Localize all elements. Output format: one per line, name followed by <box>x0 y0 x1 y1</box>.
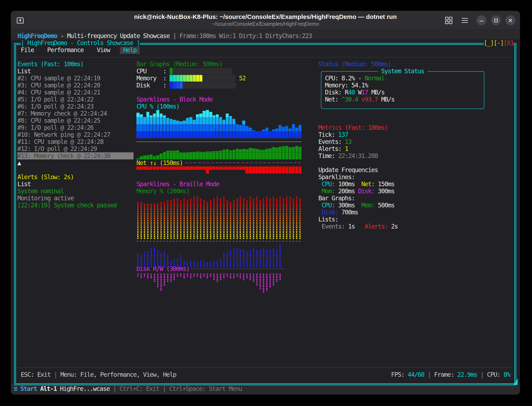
braille-dot <box>213 218 215 219</box>
text-segment: 500ms <box>375 202 395 209</box>
text-segment: 100ms <box>335 180 361 188</box>
menu-item-view[interactable]: View <box>97 46 110 54</box>
braille-dot <box>210 222 211 223</box>
braille-dot <box>233 234 234 235</box>
taskbar-text[interactable]: ≡ Start Alt-1 HighFre...wcase | Ctrl+C: … <box>14 385 242 392</box>
braille-dot <box>193 261 195 262</box>
event-list-item[interactable]: #9: I/O poll @ 22:24:26 <box>17 124 93 131</box>
braille-dot <box>183 220 185 221</box>
braille-dot <box>250 250 251 251</box>
braille-dot <box>286 218 287 219</box>
braille-dot <box>137 236 139 237</box>
event-list-item-selected[interactable]: #13: Memory check @ 22:24:30 <box>17 152 110 160</box>
braille-dot <box>190 274 191 275</box>
braille-dot <box>210 209 211 210</box>
menu-button[interactable] <box>460 15 470 25</box>
event-list-item[interactable]: #8: CPU sample @ 22:24:25 <box>17 117 100 124</box>
braille-dot <box>177 211 178 212</box>
alert-list-item[interactable]: System nominal <box>17 188 64 195</box>
event-list-item[interactable]: #7: Memory check @ 22:24:24 <box>17 110 107 117</box>
sparkline-bar <box>203 152 206 160</box>
braille-dot <box>256 205 258 207</box>
braille-dot <box>170 232 172 233</box>
event-list-item[interactable]: #12: I/O poll @ 22:24:29 <box>17 145 97 152</box>
braille-dot <box>263 288 264 289</box>
window-titlebar[interactable]: nick@nick-NucBox-K8-Plus: ~/source/Conso… <box>11 11 520 30</box>
braille-dot <box>253 266 254 267</box>
braille-dot <box>140 216 142 218</box>
sparkline-bar-segment <box>136 131 140 138</box>
event-list-item[interactable]: #10: Network ping @ 22:24:27 <box>17 131 110 138</box>
braille-dot <box>299 223 301 225</box>
braille-dot <box>289 198 291 200</box>
text-segment: | Frame:100ms Win:1 Dirty:1 DirtyChars:2… <box>173 32 312 39</box>
tile-windows-button[interactable] <box>444 15 454 25</box>
braille-dot <box>259 252 261 253</box>
event-list-item[interactable]: #3: CPU sample @ 22:24:20 <box>17 82 100 89</box>
braille-dot <box>253 207 254 209</box>
text-segment: Alerts: <box>318 145 345 152</box>
braille-dot <box>286 198 287 200</box>
taskbar-segment[interactable]: Ctrl+Space: Start Menu <box>169 385 242 392</box>
braille-dot <box>220 220 221 221</box>
braille-dot <box>203 205 205 207</box>
braille-dot <box>200 274 201 275</box>
event-list-item[interactable]: #11: CPU sample @ 22:24:28 <box>17 138 104 145</box>
braille-dot <box>207 264 208 265</box>
braille-dot <box>200 225 201 226</box>
braille-dot <box>157 231 158 232</box>
braille-dot <box>220 274 221 275</box>
minimize-button[interactable] <box>476 15 486 25</box>
braille-dot <box>289 227 291 228</box>
sparkline-bar-segment <box>242 121 245 124</box>
text-segment: Net ↑↓ (150ms) <box>136 159 183 167</box>
event-list-item[interactable]: #6: I/O poll @ 22:24:23 <box>17 103 93 110</box>
braille-dot <box>161 283 162 284</box>
braille-dot <box>276 254 277 255</box>
braille-dot <box>210 223 211 225</box>
sparkline-bar-segment <box>239 125 242 131</box>
braille-dot <box>253 225 254 226</box>
alert-list-item[interactable]: Monitoring active <box>17 195 74 202</box>
sparkline-bar-segment <box>170 119 173 124</box>
braille-dot <box>144 209 145 210</box>
braille-dot <box>151 261 152 262</box>
braille-dot <box>144 216 145 218</box>
braille-dot <box>266 205 267 207</box>
text-segment: W <box>355 89 361 96</box>
braille-dot <box>187 229 188 230</box>
braille-dot <box>220 238 221 239</box>
braille-dot <box>240 196 241 198</box>
taskbar-segment[interactable]: Start <box>20 385 40 392</box>
menu-item-file[interactable]: File <box>21 46 34 54</box>
braille-dot <box>270 279 271 280</box>
braille-dot <box>180 223 182 225</box>
braille-dot <box>233 214 234 216</box>
resize-handle[interactable] <box>513 378 518 385</box>
sparkline-bar <box>203 167 206 170</box>
maximize-button[interactable] <box>491 15 501 25</box>
braille-dot <box>240 261 241 262</box>
menu-item-help[interactable]: Help <box>123 46 136 54</box>
braille-dot <box>151 229 152 230</box>
alert-list-item[interactable]: [22:24:19] System check passed <box>17 202 117 209</box>
braille-dot <box>154 214 155 216</box>
braille-dot <box>200 266 201 267</box>
braille-dot <box>227 200 228 201</box>
event-list-item[interactable]: #2: CPU sample @ 22:24:19 <box>17 75 100 82</box>
sparkline-bar-segment <box>219 131 222 138</box>
event-list-item[interactable]: #4: CPU sample @ 22:24:21 <box>17 89 100 96</box>
menu-item-performance[interactable]: Performance <box>47 46 84 54</box>
tui-frame-buttons[interactable]: [_][-][X] <box>484 39 514 46</box>
text-segment <box>318 223 322 230</box>
braille-dot <box>227 202 228 203</box>
scroll-up-indicator[interactable]: ▲ <box>17 160 21 167</box>
sparkline-bar <box>189 152 192 160</box>
event-list-item[interactable]: #5: I/O poll @ 22:24:22 <box>17 96 93 103</box>
close-button[interactable] <box>505 15 515 25</box>
braille-dot <box>161 218 162 219</box>
braille-dot <box>280 229 281 230</box>
braille-dot <box>217 276 218 277</box>
text-segment: FPS: <box>391 371 408 378</box>
braille-dot <box>296 196 297 198</box>
